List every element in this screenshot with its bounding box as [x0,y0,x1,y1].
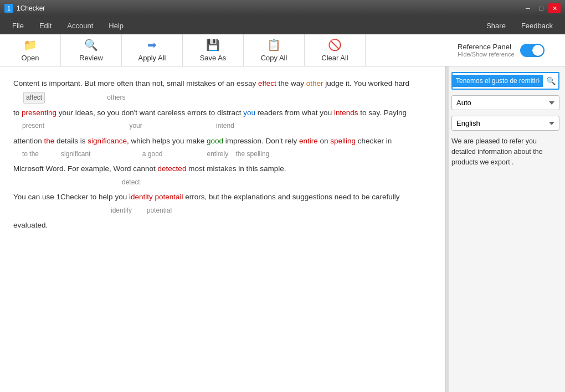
p1-effect: effect [258,79,276,87]
p3-attention: attention [13,137,44,145]
p5-correction-row: identify potential [13,205,432,216]
p3-spelling: spelling [330,137,356,145]
p4-end: most mistakes in this sample. [186,164,286,173]
p3-mid2: , which helps you make [127,137,207,145]
p1-hint-affect: affect [23,92,45,104]
paragraph-2: to presenting your ideas, so you don't w… [13,107,432,119]
p5-hint-potential: potential [147,207,172,214]
p3-entire: entire [299,137,318,145]
copy-label: Copy All [261,54,287,62]
review-label: Review [79,54,103,62]
p2-presenting: presenting [22,109,56,117]
paragraph-1: Content is important. But more often tha… [13,78,432,90]
p5-start: You can use 1Checker to help you [13,193,129,201]
menu-share[interactable]: Share [479,19,513,32]
p5-identity: identity [129,193,153,201]
p3-hint-significant: significant [61,150,90,158]
paragraph-4: Microsoft Word. For example, Word cannot… [13,163,432,175]
main-area: Content is important. But more often tha… [0,66,565,392]
p2-intends: intends [334,109,358,117]
right-panel: 🔍 Auto English We are pleased to refer y… [446,66,565,392]
p2-mid2: readers from what you [255,109,334,117]
review-button[interactable]: 🔍 Review [61,34,122,66]
search-box[interactable]: 🔍 [451,72,559,90]
p2-you: you [243,109,255,117]
apply-all-button[interactable]: ➡ Apply All [122,34,183,66]
app-icon: 1 [4,4,13,13]
p2-end: to say. Paying [358,109,407,117]
save-as-button[interactable]: 💾 Save As [183,34,244,66]
copy-all-button[interactable]: 📋 Copy All [244,34,305,66]
review-icon: 🔍 [84,38,98,51]
search-icon: 🔍 [546,76,556,85]
menu-feedback[interactable]: Feedback [513,19,561,32]
title-bar: 1 1Checker ─ □ ✕ [0,0,565,17]
restore-button[interactable]: □ [535,3,547,13]
p1-correction-row: affect others [13,92,432,104]
p5-hint-identify: identify [22,207,132,214]
p3-mid4: on [318,137,331,145]
p1-text-before: Content is important. But more often tha… [13,79,258,87]
p3-hint-agood: a good [142,150,163,158]
p3-mid3: impression. Don't rely [223,137,299,145]
p4-correction-row: detect [13,177,432,188]
reference-panel-sub: Hide/Show reference [458,51,515,58]
p3-details: details is [54,137,88,145]
clear-icon: 🚫 [328,38,342,51]
p4-hint-detect: detect [22,178,140,186]
search-icon-button[interactable]: 🔍 [543,73,558,89]
clear-label: Clear All [321,54,348,62]
p2-mid: your ideas, so you don't want careless e… [56,109,243,117]
p5-end: errors, but the explanations and suggest… [183,193,400,201]
open-button[interactable]: 📁 Open [0,34,61,66]
close-button[interactable]: ✕ [548,3,561,13]
p2-correction-row: present your intend [13,121,432,131]
window-controls[interactable]: ─ □ ✕ [522,3,561,13]
saveas-label: Save As [200,54,227,62]
language-english-dropdown[interactable]: English [451,116,559,131]
p6-text: evaluated. [13,221,48,229]
translation-result: We are pleased to refer you detailed inf… [451,136,559,167]
app-title: 1Checker [17,4,45,12]
copy-icon: 📋 [267,38,281,51]
title-bar-left: 1 1Checker [4,4,45,13]
menu-file[interactable]: File [4,19,32,32]
open-icon: 📁 [23,38,37,51]
toggle-knob [532,45,543,56]
p3-hint-entirely: entirely [207,150,229,158]
p2-hint-present: present [22,122,44,130]
p3-hint-thespelling: the spelling [236,150,270,158]
apply-icon: ➡ [147,38,157,51]
editor-area[interactable]: Content is important. But more often tha… [0,66,446,392]
p1-text-mid: the way [276,79,306,87]
p2-hint-your: your [129,122,142,130]
paragraph-6: evaluated. [13,219,432,231]
p1-hint-others: others [107,94,125,101]
p4-detected: detected [158,164,187,173]
p2-to: to [13,109,22,117]
search-input[interactable] [453,75,543,87]
p5-potentail: potentail [155,193,183,201]
saveas-icon: 💾 [206,38,220,51]
open-label: Open [22,54,39,62]
p3-significance: significance [88,137,127,145]
reference-panel-title: Reference Panel [458,43,515,51]
menu-help[interactable]: Help [101,19,131,32]
clear-all-button[interactable]: 🚫 Clear All [305,34,366,66]
minimize-button[interactable]: ─ [522,3,534,13]
menu-edit[interactable]: Edit [32,19,59,32]
toolbar: 📁 Open 🔍 Review ➡ Apply All 💾 Save As 📋 … [0,34,565,66]
paragraph-3: attention the details is significance, w… [13,135,432,147]
p3-hint-tothe: to the [22,150,39,158]
language-auto-dropdown[interactable]: Auto [451,95,559,110]
menu-account[interactable]: Account [59,19,101,32]
p3-good: good [207,137,223,145]
p1-other: other [306,79,323,87]
apply-label: Apply All [138,54,166,62]
paragraph-5: You can use 1Checker to help you identit… [13,191,432,203]
resize-handle[interactable] [446,66,449,392]
reference-panel-toggle[interactable] [520,44,545,57]
p4-start: Microsoft Word. For example, Word cannot [13,164,158,173]
p3-correction-row: to the significant a good entirely the s… [13,149,432,159]
reference-panel-header: Reference Panel Hide/Show reference [449,34,565,66]
